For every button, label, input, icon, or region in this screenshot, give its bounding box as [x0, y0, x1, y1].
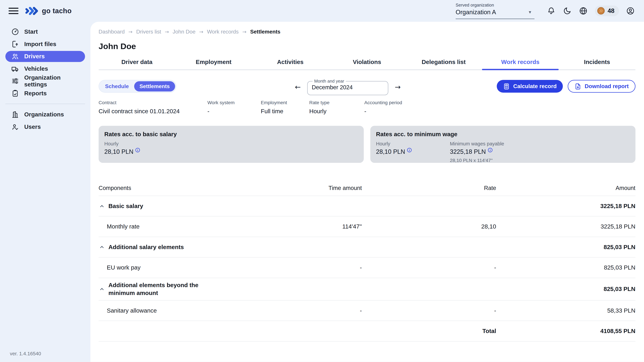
rate-field-label: Minimum wages payable [450, 141, 504, 147]
sidebar-item-organizations[interactable]: Organizations [5, 109, 85, 120]
contract-field-value: Civil contract since 01.01.2024 [98, 108, 208, 115]
breadcrumb-item-work-records[interactable]: Work records [207, 29, 239, 35]
contract-field-value: - [208, 108, 261, 115]
breadcrumb-arrow-icon: → [165, 29, 169, 35]
toggle-settlements[interactable]: Settlements [134, 81, 175, 91]
rate-field-amount: 28,10 PLN [104, 148, 134, 155]
sliders-icon [11, 77, 19, 85]
breadcrumb-item-settlements: Settlements [250, 29, 280, 35]
tab-work-records[interactable]: Work records [482, 58, 559, 70]
collapse-chevron-icon[interactable] [98, 244, 105, 250]
collapse-chevron-icon[interactable] [98, 203, 105, 209]
amount-cell: 825,03 PLN [496, 286, 635, 293]
rate-card-field: Minimum wages payable3225,18 PLN28,10 PL… [450, 141, 504, 163]
credits-pill[interactable]: 48 [595, 5, 619, 16]
table-group-row-additional-salary-elements: Additional salary elements825,03 PLN [98, 237, 636, 257]
sidebar-item-organization-settings[interactable]: Organization settings [5, 76, 85, 87]
calculate-record-button[interactable]: Calculate record [497, 80, 563, 93]
file-download-icon [574, 83, 582, 90]
component-label: Monthly rate [98, 223, 239, 230]
page-title: John Doe [98, 41, 636, 51]
group-cell: Basic salary [98, 199, 239, 213]
month-and-year-input[interactable]: Month and year December 2024 [307, 79, 388, 95]
toggle-schedule[interactable]: Schedule [100, 81, 134, 91]
app-root: go tacho Served organization Organizatio… [0, 0, 644, 362]
table-group-row-additional-elements-beyond-the-minimum-amount: Additional elements beyond the minimum a… [98, 278, 636, 301]
dark-mode-moon-icon[interactable] [563, 6, 572, 15]
main-content: Dashboard→Drivers list→John Doe→Work rec… [90, 22, 644, 362]
time-amount-cell: 114'47'' [239, 223, 362, 230]
component-label: Sanitary allowance [98, 307, 239, 314]
sidebar-item-label: Drivers [24, 53, 44, 60]
download-report-button[interactable]: Download report [568, 80, 635, 93]
tab-violations[interactable]: Violations [329, 58, 405, 70]
group-cell: Additional salary elements [98, 240, 239, 254]
rate-field-value: 28,10 PLN [376, 148, 412, 155]
rate-cell: 28,10 [362, 223, 496, 230]
rate-card-field: Hourly28,10 PLN [376, 141, 412, 163]
rate-card-rates-acc-to-minimum-wage: Rates acc. to minimum wageHourly28,10 PL… [370, 126, 636, 163]
tab-delegations-list[interactable]: Delegations list [405, 58, 482, 70]
column-header-components: Components [98, 185, 239, 191]
tab-activities[interactable]: Activities [252, 58, 328, 70]
tab-employment[interactable]: Employment [175, 58, 252, 70]
contract-field-value: Hourly [309, 108, 364, 115]
served-organization-value: Organization A [456, 9, 496, 16]
info-icon[interactable] [135, 147, 140, 153]
sidebar-item-import-files[interactable]: Import files [5, 38, 85, 50]
language-globe-icon[interactable] [579, 6, 588, 15]
brand-logo[interactable]: go tacho [25, 6, 72, 16]
caret-down-icon: ▼ [528, 10, 532, 14]
users-icon [11, 52, 19, 60]
amount-cell: 58,33 PLN [496, 307, 635, 314]
group-label: Additional elements beyond the minimum a… [108, 281, 219, 297]
breadcrumb-arrow-icon: → [128, 29, 132, 35]
sidebar-item-label: Organizations [24, 111, 64, 118]
breadcrumb-item-dashboard[interactable]: Dashboard [98, 29, 125, 35]
month-navigation: ← Month and year December 2024 → [295, 79, 401, 95]
file-up-icon [11, 40, 19, 48]
breadcrumb-item-john-doe[interactable]: John Doe [172, 29, 196, 35]
collapse-chevron-icon[interactable] [98, 286, 105, 292]
contract-field-label: Accounting period [364, 100, 426, 105]
month-and-year-label: Month and year [312, 79, 346, 84]
account-avatar-icon[interactable] [626, 6, 635, 15]
rate-field-amount: 28,10 PLN [376, 148, 405, 155]
sidebar-item-users[interactable]: Users [5, 121, 85, 132]
contract-field-rate-type: Rate typeHourly [309, 100, 364, 115]
contract-field-label: Rate type [309, 100, 364, 105]
notifications-bell-icon[interactable] [547, 6, 556, 15]
contract-field-contract: ContractCivil contract since 01.01.2024 [98, 100, 208, 115]
sidebar-nav: StartImport filesDriversVehiclesOrganiza… [0, 26, 90, 133]
previous-month-button[interactable]: ← [295, 79, 301, 95]
sidebar-item-label: Import files [24, 41, 56, 48]
breadcrumb-arrow-icon: → [199, 29, 204, 35]
sidebar-item-start[interactable]: Start [5, 26, 85, 37]
contract-info-row: ContractCivil contract since 01.01.2024W… [98, 100, 636, 115]
component-label: EU work pay [98, 264, 239, 271]
rate-card-title: Rates acc. to basic salary [104, 131, 358, 138]
info-icon[interactable] [488, 147, 493, 153]
credit-count: 48 [608, 7, 614, 14]
sidebar-item-reports[interactable]: Reports [5, 88, 85, 99]
contract-field-label: Work system [208, 100, 261, 105]
amount-cell: 825,03 PLN [496, 264, 635, 271]
contract-field-value: - [364, 108, 426, 115]
total-amount: 4108,55 PLN [496, 328, 635, 335]
user-check-icon [11, 123, 19, 131]
column-header-rate: Rate [362, 185, 496, 191]
sidebar: StartImport filesDriversVehiclesOrganiza… [0, 22, 90, 362]
next-month-button[interactable]: → [395, 79, 401, 95]
served-organization-select[interactable]: Served organization Organization A ▼ [456, 3, 534, 19]
rate-field-amount: 3225,18 PLN [450, 148, 486, 155]
sidebar-item-label: Users [24, 124, 41, 130]
sidebar-item-vehicles[interactable]: Vehicles [5, 63, 85, 74]
tab-incidents[interactable]: Incidents [559, 58, 635, 70]
breadcrumb-item-drivers-list[interactable]: Drivers list [136, 29, 161, 35]
tab-driver-data[interactable]: Driver data [98, 58, 175, 70]
menu-icon[interactable] [8, 6, 18, 16]
sidebar-item-drivers[interactable]: Drivers [5, 51, 85, 62]
table-total-row: Total4108,55 PLN [98, 321, 636, 341]
info-icon[interactable] [407, 147, 412, 153]
contract-field-work-system: Work system- [208, 100, 261, 115]
